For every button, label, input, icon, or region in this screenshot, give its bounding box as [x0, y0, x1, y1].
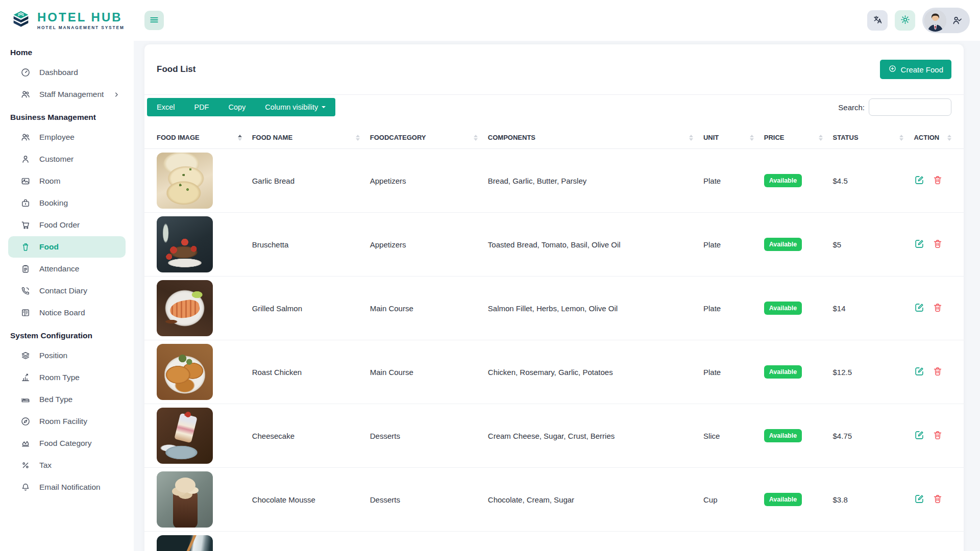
availability-cell: Available	[759, 277, 828, 340]
table-toolbar: ExcelPDFCopyColumn visibility Search:	[144, 95, 964, 116]
edit-icon	[914, 238, 925, 251]
search-input[interactable]	[869, 98, 951, 116]
status-badge: Available	[764, 238, 802, 251]
availability-cell	[759, 532, 828, 551]
sort-arrows-icon	[686, 135, 693, 141]
room-icon	[20, 176, 31, 186]
food-list-card: Food List Create Food ExcelPDFCopyColumn…	[144, 44, 964, 551]
food-category-cell: Appetizers	[365, 149, 483, 213]
delete-button[interactable]	[932, 366, 943, 379]
food-category-cell: Desserts	[365, 404, 483, 468]
pdf-export-button[interactable]: PDF	[184, 98, 218, 116]
food-name-cell: Garlic Bread	[247, 149, 365, 213]
availability-cell: Available	[759, 404, 828, 468]
unit-cell: Cup	[698, 468, 759, 532]
sidebar-item-label: Room	[39, 177, 60, 186]
room-type-icon	[20, 372, 31, 383]
copy-export-button[interactable]: Copy	[218, 98, 255, 116]
brand-tagline: HOTEL MANAGEMENT SYSTEM	[37, 26, 125, 30]
trash-icon	[932, 238, 943, 251]
create-food-button[interactable]: Create Food	[880, 60, 951, 79]
sidebar-item-dashboard[interactable]: Dashboard	[8, 62, 126, 83]
sidebar-item-customer[interactable]: Customer	[8, 148, 126, 170]
brand-logo[interactable]: HOTEL HUB HOTEL MANAGEMENT SYSTEM	[0, 0, 134, 41]
sidebar-item-email-notification[interactable]: Email Notification	[8, 477, 126, 498]
action-cell	[909, 532, 964, 551]
sidebar-item-bed-type[interactable]: Bed Type	[8, 389, 126, 410]
dashboard-icon	[20, 67, 31, 78]
sidebar-section-label: Business Management	[0, 106, 134, 126]
unit-cell: Plate	[698, 277, 759, 340]
edit-button[interactable]	[914, 238, 925, 251]
status-badge: Available	[764, 302, 802, 315]
translate-button[interactable]	[867, 10, 888, 31]
column-header-unit[interactable]: UNIT	[698, 127, 759, 149]
sidebar-item-food-order[interactable]: Food Order	[8, 214, 126, 236]
table-head: FOOD IMAGEFOOD NAMEFOODCATEGORYCOMPONENT…	[144, 127, 964, 149]
app-window: HOTEL HUB HOTEL MANAGEMENT SYSTEM HomeDa…	[0, 0, 980, 551]
sidebar-item-staff-management[interactable]: Staff Management	[8, 84, 126, 105]
sidebar-item-attendance[interactable]: Attendance	[8, 258, 126, 280]
contact-diary-icon	[20, 286, 31, 296]
sidebar-item-contact-diary[interactable]: Contact Diary	[8, 280, 126, 302]
edit-icon	[914, 430, 925, 442]
column-header-foodcategory[interactable]: FOODCATEGORY	[365, 127, 483, 149]
bed-type-icon	[20, 394, 31, 405]
food-image-iced-drink	[157, 535, 213, 551]
profile-pill[interactable]	[922, 8, 970, 33]
table-row-roast-chicken: Roast ChickenMain CourseChicken, Rosemar…	[144, 340, 964, 404]
column-header-components[interactable]: COMPONENTS	[483, 127, 698, 149]
sidebar-item-food-category[interactable]: Food Category	[8, 433, 126, 454]
column-visibility-button[interactable]: Column visibility	[255, 98, 335, 116]
edit-button[interactable]	[914, 430, 925, 442]
column-header-label: UNIT	[703, 134, 719, 141]
sidebar-item-label: Bed Type	[39, 395, 72, 404]
sidebar-item-room-type[interactable]: Room Type	[8, 367, 126, 388]
column-header-status[interactable]: STATUS	[828, 127, 909, 149]
column-header-price[interactable]: PRICE	[759, 127, 828, 149]
delete-button[interactable]	[932, 302, 943, 315]
column-header-food-image[interactable]: FOOD IMAGE	[144, 127, 247, 149]
sidebar-toggle-button[interactable]	[144, 11, 164, 30]
sidebar-item-position[interactable]: Position	[8, 345, 126, 366]
price-cell: $3.8	[828, 468, 909, 532]
edit-button[interactable]	[914, 302, 925, 315]
delete-button[interactable]	[932, 430, 943, 442]
settings-button[interactable]	[895, 10, 915, 31]
edit-button[interactable]	[914, 174, 925, 187]
attendance-icon	[20, 264, 31, 274]
food-image-grilled-salmon	[157, 280, 213, 336]
hotel-hub-logo-icon	[9, 9, 33, 32]
translate-icon	[872, 14, 883, 27]
delete-button[interactable]	[932, 174, 943, 187]
edit-button[interactable]	[914, 493, 925, 506]
sidebar-item-notice-board[interactable]: Notice Board	[8, 302, 126, 323]
search-box: Search:	[838, 98, 951, 116]
topbar	[134, 0, 980, 41]
sidebar-item-room-facility[interactable]: Room Facility	[8, 411, 126, 432]
availability-cell: Available	[759, 340, 828, 404]
column-header-action[interactable]: ACTION	[909, 127, 964, 149]
excel-export-button[interactable]: Excel	[147, 98, 184, 116]
sidebar-item-food[interactable]: Food	[8, 236, 126, 258]
menu-icon	[149, 15, 159, 27]
food-name-cell: Grilled Salmon	[247, 277, 365, 340]
employee-icon	[20, 132, 31, 142]
price-cell: $4.75	[828, 404, 909, 468]
sidebar-item-tax[interactable]: Tax	[8, 455, 126, 476]
sidebar-item-booking[interactable]: Booking	[8, 192, 126, 214]
delete-button[interactable]	[932, 493, 943, 506]
sidebar-item-label: Notice Board	[39, 308, 85, 317]
availability-cell: Available	[759, 213, 828, 277]
column-header-food-name[interactable]: FOOD NAME	[247, 127, 365, 149]
food-name-cell: Roast Chicken	[247, 340, 365, 404]
delete-button[interactable]	[932, 238, 943, 251]
price-cell: $14	[828, 277, 909, 340]
food-image-roast-chicken	[157, 344, 213, 400]
edit-button[interactable]	[914, 366, 925, 379]
sidebar-item-room[interactable]: Room	[8, 170, 126, 192]
table-row-cheesecake: CheesecakeDessertsCream Cheese, Sugar, C…	[144, 404, 964, 468]
sidebar-item-employee[interactable]: Employee	[8, 127, 126, 148]
customer-icon	[20, 154, 31, 164]
action-cell	[909, 468, 964, 532]
